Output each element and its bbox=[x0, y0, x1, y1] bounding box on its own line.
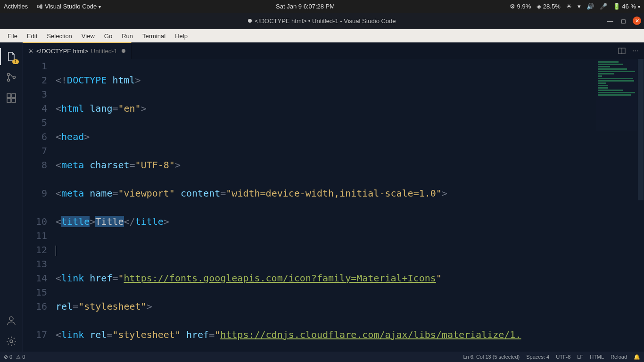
system-topbar: Activities Visual Studio Code▾ Sat Jan 9… bbox=[0, 0, 644, 13]
menu-run[interactable]: Run bbox=[117, 31, 138, 41]
status-encoding[interactable]: UTF-8 bbox=[556, 354, 570, 360]
status-reload[interactable]: Reload bbox=[611, 354, 627, 360]
cpu-indicator[interactable]: ⚙ 9.9% bbox=[510, 3, 531, 10]
brightness-icon[interactable]: ☀ bbox=[566, 3, 572, 10]
menu-selection[interactable]: Selection bbox=[42, 31, 76, 41]
svg-point-8 bbox=[10, 340, 13, 343]
status-errors[interactable]: ⊘ 0 bbox=[4, 354, 12, 360]
svg-rect-5 bbox=[7, 99, 11, 102]
statusbar: ⊘ 0 ⚠ 0 Ln 6, Col 13 (5 selected) Spaces… bbox=[0, 352, 644, 362]
settings-icon[interactable] bbox=[0, 331, 23, 352]
extensions-icon[interactable] bbox=[0, 88, 23, 108]
menu-view[interactable]: View bbox=[77, 31, 99, 41]
svg-point-0 bbox=[7, 74, 9, 76]
source-control-icon[interactable] bbox=[0, 67, 23, 88]
menu-help[interactable]: Help bbox=[170, 31, 192, 41]
status-cursor[interactable]: Ln 6, Col 13 (5 selected) bbox=[463, 354, 520, 360]
explorer-icon[interactable]: 1 bbox=[0, 46, 23, 67]
close-button[interactable]: ✕ bbox=[633, 16, 641, 25]
account-icon[interactable] bbox=[0, 310, 23, 331]
tab-modified-icon bbox=[122, 49, 125, 53]
menu-file[interactable]: File bbox=[3, 31, 22, 41]
modified-dot-icon bbox=[248, 19, 252, 23]
scrollbar[interactable] bbox=[637, 59, 644, 352]
split-editor-icon[interactable] bbox=[618, 47, 626, 55]
svg-rect-4 bbox=[12, 94, 16, 98]
explorer-badge: 1 bbox=[12, 59, 18, 64]
battery-indicator[interactable]: 🔋 46 %▾ bbox=[613, 3, 640, 10]
activities-button[interactable]: Activities bbox=[4, 3, 28, 10]
status-spaces[interactable]: Spaces: 4 bbox=[526, 354, 549, 360]
tabbar: ✳ <!DOCTYPE html> Untitled-1 ⋯ bbox=[23, 42, 644, 59]
menu-go[interactable]: Go bbox=[99, 31, 117, 41]
tab-filename: <!DOCTYPE html> bbox=[36, 48, 88, 55]
status-warnings[interactable]: ⚠ 0 bbox=[16, 354, 25, 360]
svg-rect-6 bbox=[12, 99, 16, 102]
scroll-thumb[interactable] bbox=[638, 59, 644, 200]
minimap[interactable] bbox=[596, 60, 637, 131]
tab-path: Untitled-1 bbox=[91, 48, 117, 55]
snowflake-icon: ✳ bbox=[28, 48, 33, 55]
status-bell-icon[interactable]: 🔔 bbox=[634, 354, 640, 360]
clock[interactable]: Sat Jan 9 6:07:28 PM bbox=[101, 3, 510, 10]
code-editor[interactable]: 1 2 3 4 5 6 7 8 9 10 11 12 13 14 15 16 1… bbox=[23, 59, 644, 352]
app-menu[interactable]: Visual Studio Code▾ bbox=[36, 3, 101, 10]
more-actions-icon[interactable]: ⋯ bbox=[632, 47, 638, 54]
mic-icon[interactable]: 🎤 bbox=[600, 3, 607, 10]
menu-edit[interactable]: Edit bbox=[22, 31, 42, 41]
line-gutter: 1 2 3 4 5 6 7 8 9 10 11 12 13 14 15 16 1… bbox=[23, 59, 56, 352]
svg-point-7 bbox=[9, 317, 13, 321]
mem-indicator[interactable]: ◈ 28.5% bbox=[537, 3, 561, 10]
svg-rect-3 bbox=[7, 94, 11, 98]
activity-bar: 1 bbox=[0, 42, 23, 352]
maximize-button[interactable]: ◻ bbox=[619, 17, 627, 25]
vscode-icon bbox=[36, 3, 43, 10]
minimize-button[interactable]: — bbox=[606, 17, 614, 25]
window-title: <!DOCTYPE html> • Untitled-1 - Visual St… bbox=[255, 17, 396, 25]
svg-point-1 bbox=[7, 79, 9, 82]
editor-area: ✳ <!DOCTYPE html> Untitled-1 ⋯ 1 2 3 4 5… bbox=[23, 42, 644, 352]
wifi-icon[interactable]: ▾ bbox=[578, 3, 581, 10]
menu-terminal[interactable]: Terminal bbox=[138, 31, 170, 41]
editor-tab[interactable]: ✳ <!DOCTYPE html> Untitled-1 bbox=[23, 42, 132, 59]
menubar: File Edit Selection View Go Run Terminal… bbox=[0, 29, 644, 42]
code-content[interactable]: <!DOCTYPE html> <html lang="en"> <head> … bbox=[56, 59, 644, 352]
volume-icon[interactable]: 🔊 bbox=[586, 3, 594, 10]
svg-point-2 bbox=[13, 76, 15, 79]
status-language[interactable]: HTML bbox=[590, 354, 604, 360]
status-eol[interactable]: LF bbox=[577, 354, 583, 360]
titlebar: <!DOCTYPE html> • Untitled-1 - Visual St… bbox=[0, 13, 644, 29]
